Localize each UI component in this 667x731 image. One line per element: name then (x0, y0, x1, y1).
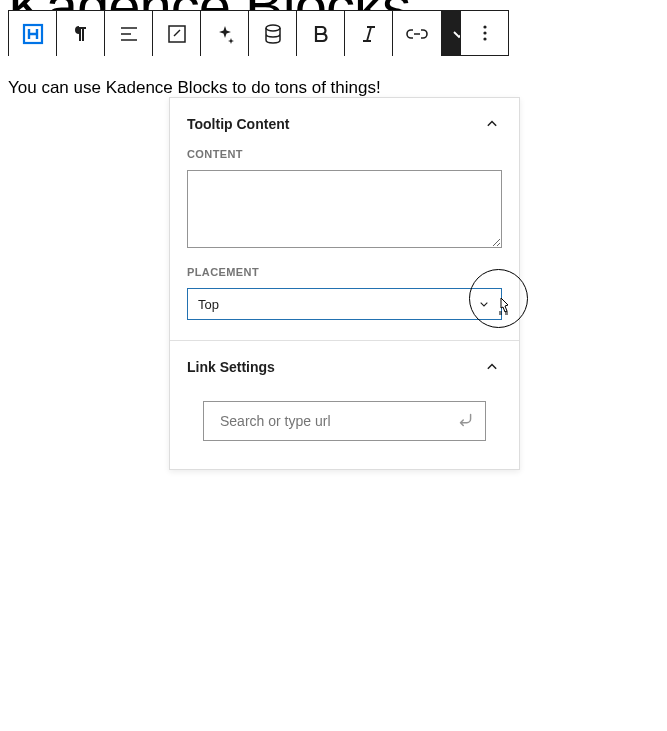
placement-select[interactable]: Top (187, 288, 502, 320)
sparkle-icon (213, 22, 237, 46)
bold-icon (309, 22, 333, 46)
more-vertical-icon (473, 21, 497, 45)
url-input[interactable] (204, 402, 485, 440)
svg-point-4 (483, 31, 486, 34)
svg-point-3 (483, 25, 486, 28)
italic-button[interactable] (345, 11, 393, 56)
link-button[interactable] (393, 11, 441, 56)
link-settings-title: Link Settings (187, 359, 275, 375)
edit-tool-button[interactable] (153, 11, 201, 56)
align-left-icon (117, 22, 141, 46)
content-textarea[interactable] (187, 170, 502, 248)
dynamic-button[interactable] (249, 11, 297, 56)
pilcrow-icon (69, 22, 93, 46)
block-type-button[interactable] (9, 11, 57, 56)
paragraph-button[interactable] (57, 11, 105, 56)
svg-point-2 (266, 25, 280, 31)
link-settings-header[interactable]: Link Settings (170, 341, 519, 391)
placement-label: PLACEMENT (187, 266, 502, 278)
link-icon (405, 22, 429, 46)
chevron-up-icon (482, 357, 502, 377)
settings-panel: Tooltip Content CONTENT PLACEMENT Top Li… (169, 97, 520, 470)
svg-point-5 (483, 37, 486, 40)
database-icon (261, 22, 285, 46)
block-toolbar (8, 10, 477, 56)
content-label: CONTENT (187, 148, 502, 160)
chevron-up-icon (482, 114, 502, 134)
url-submit-button[interactable] (455, 408, 477, 434)
tooltip-content-body: CONTENT PLACEMENT Top (170, 148, 519, 340)
url-input-container (203, 401, 486, 441)
italic-icon (357, 22, 381, 46)
edit-square-icon (165, 22, 189, 46)
editor-paragraph[interactable]: You can use Kadence Blocks to do tons of… (8, 78, 381, 98)
bold-button[interactable] (297, 11, 345, 56)
tooltip-content-header[interactable]: Tooltip Content (170, 98, 519, 148)
align-button[interactable] (105, 11, 153, 56)
tooltip-content-title: Tooltip Content (187, 116, 289, 132)
kadence-h-icon (21, 22, 45, 46)
more-options-button[interactable] (460, 10, 509, 56)
link-settings-body (170, 391, 519, 469)
return-icon (455, 408, 477, 430)
ai-tool-button[interactable] (201, 11, 249, 56)
